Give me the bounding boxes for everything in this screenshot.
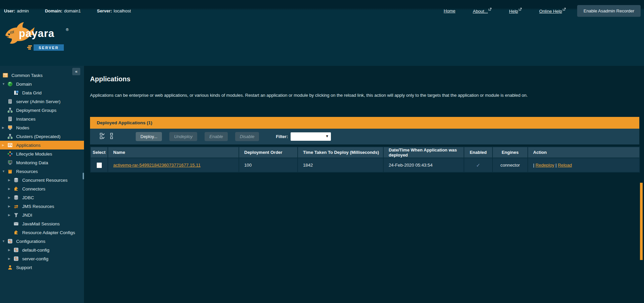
sidebar-item-concurrent-resources[interactable]: ▶Concurrent Resources — [0, 176, 84, 184]
chevron-right-icon[interactable]: ▶ — [8, 178, 13, 182]
sidebar-item-resource-adapter-configs[interactable]: Resource Adapter Configs — [0, 228, 84, 237]
sidebar-item-instances[interactable]: Instances — [0, 115, 84, 123]
server-icon — [7, 116, 13, 122]
dropdown-caret-icon: ▼ — [325, 134, 329, 138]
jms-arrows-icon — [13, 204, 19, 209]
chevron-right-icon[interactable]: ▶ — [2, 143, 7, 147]
sidebar-item-domain[interactable]: ▼Domain — [0, 80, 84, 88]
domain-info: Domain:domain1 — [45, 8, 81, 13]
main-content: Applications Applications can be enterpr… — [84, 66, 644, 303]
chevron-down-icon[interactable]: ▼ — [2, 240, 7, 243]
nav-link-online-help[interactable]: Online Help — [539, 8, 566, 14]
column-header-action: Action — [528, 147, 640, 158]
external-link-icon — [563, 8, 566, 11]
column-header-select: Select — [90, 147, 108, 158]
chevron-down-icon[interactable]: ▼ — [2, 170, 7, 173]
page-description: Applications can be enterprise or web ap… — [90, 93, 528, 98]
select-all-icon — [100, 133, 105, 140]
deselect-all-button[interactable] — [108, 132, 116, 141]
chevron-right-icon[interactable]: ▶ — [2, 126, 7, 129]
sidebar-item-label: Domain — [16, 82, 32, 87]
sidebar: Common Tasks▼DomainData Gridserver (Admi… — [0, 66, 84, 303]
payara-wordmark: payara — [19, 28, 54, 40]
sidebar-item-label: Instances — [16, 117, 36, 122]
sidebar-item-monitoring-data[interactable]: Monitoring Data — [0, 158, 84, 167]
chevron-right-icon[interactable]: ▶ — [8, 257, 13, 260]
cell-action: | Redeploy | Reload — [528, 158, 640, 172]
deployed-applications-panel: Deployed Applications (1) Deploy... Unde… — [90, 117, 639, 173]
common-tasks-icon — [3, 73, 8, 78]
enable-button[interactable]: Enable — [205, 132, 227, 141]
filter-dropdown[interactable]: ▼ — [291, 132, 331, 141]
panel-toolbar: Deploy... Undeploy Enable Disable Filter… — [90, 129, 639, 144]
sidebar-item-deployment-groups[interactable]: Deployment Groups — [0, 106, 84, 115]
sidebar-item-server-admin-server[interactable]: server (Admin Server) — [0, 97, 84, 106]
undeploy-button[interactable]: Undeploy — [169, 132, 197, 141]
sidebar-item-label: JDBC — [22, 195, 34, 200]
column-header-enabled: Enabled — [464, 147, 492, 158]
sidebar-item-data-grid[interactable]: Data Grid — [0, 88, 84, 97]
enable-asadmin-recorder-button[interactable]: Enable Asadmin Recorder — [577, 5, 641, 17]
sidebar-item-jms-resources[interactable]: ▶JMS Resources — [0, 202, 84, 211]
sidebar-collapse-button[interactable]: « — [72, 68, 80, 75]
sidebar-item-lifecycle-modules[interactable]: Lifecycle Modules — [0, 149, 84, 158]
cell-deployment-order: 100 — [239, 158, 298, 172]
globe-icon — [7, 81, 13, 87]
nav-link-about[interactable]: About... — [473, 8, 491, 14]
sidebar-item-label: Support — [16, 265, 32, 270]
sidebar-item-support[interactable]: Support — [0, 263, 84, 272]
sidebar-item-label: server-config — [22, 256, 48, 261]
user-value: admin — [17, 8, 29, 13]
database-icon — [13, 195, 19, 200]
top-nav: HomeAbout...HelpOnline Help — [444, 8, 566, 14]
column-header-date-time-when-application-was-deployed: Date/Time When Application was deployed — [383, 147, 464, 158]
sidebar-item-clusters-deprecated[interactable]: Clusters (Deprecated) — [0, 132, 84, 141]
chevron-right-icon[interactable]: ▶ — [8, 213, 13, 217]
data-grid-icon — [13, 90, 19, 95]
external-link-icon — [488, 8, 491, 11]
sidebar-item-jndi[interactable]: ▶JNDI — [0, 211, 84, 219]
sidebar-item-nodes[interactable]: ▶Nodes — [0, 123, 84, 132]
sidebar-item-resources[interactable]: ▼Resources — [0, 167, 84, 176]
column-header-engines: Engines — [492, 147, 528, 158]
sidebar-item-configurations[interactable]: ▼Configurations — [0, 237, 84, 246]
select-all-button[interactable] — [99, 132, 106, 141]
column-header-deployment-order: Deployment Order — [239, 147, 298, 158]
cell-enabled: ✓ — [464, 158, 492, 172]
redeploy-link[interactable]: Redeploy — [535, 163, 554, 168]
chevron-down-icon[interactable]: ▼ — [2, 82, 7, 86]
chevron-right-icon[interactable]: ▶ — [8, 196, 13, 199]
sidebar-item-label: Connectors — [22, 186, 45, 191]
external-link-icon — [519, 8, 522, 11]
topbar: User:admin Domain:domain1 Server:localho… — [0, 0, 644, 19]
deploy-button[interactable]: Deploy... — [136, 132, 162, 141]
sidebar-item-label: Common Tasks — [11, 73, 43, 78]
sidebar-item-connectors[interactable]: ▶Connectors — [0, 184, 84, 193]
table-row: activemq-rar-54992184236073771677.15.111… — [90, 158, 640, 172]
cell-time-taken: 1842 — [298, 158, 383, 172]
nav-link-help[interactable]: Help — [509, 8, 522, 14]
sidebar-item-server-config[interactable]: ▶server-config — [0, 254, 84, 263]
application-name-link[interactable]: activemq-rar-54992184236073771677.15.11 — [113, 163, 201, 168]
sidebar-item-common-tasks[interactable]: Common Tasks — [0, 71, 84, 80]
chevron-right-icon[interactable]: ▶ — [8, 205, 13, 208]
server-value: localhost — [114, 8, 131, 13]
sidebar-item-label: Concurrent Resources — [22, 178, 68, 183]
nav-link-home[interactable]: Home — [444, 8, 456, 13]
cell-select — [90, 158, 108, 172]
content-scrollbar-thumb[interactable] — [640, 183, 643, 260]
sidebar-item-javamail-sessions[interactable]: JavaMail Sessions — [0, 219, 84, 228]
deployed-applications-table: SelectNameDeployment OrderTime Taken To … — [90, 146, 640, 173]
page-title: Applications — [90, 75, 130, 83]
sidebar-item-label: Resource Adapter Configs — [22, 230, 75, 235]
sidebar-item-label: Applications — [16, 143, 41, 148]
chevron-right-icon[interactable]: ▶ — [8, 248, 13, 252]
reload-link[interactable]: Reload — [558, 163, 572, 168]
row-checkbox[interactable] — [97, 163, 102, 168]
sidebar-item-applications[interactable]: ▶Applications — [0, 141, 84, 149]
sidebar-item-jdbc[interactable]: ▶JDBC — [0, 193, 84, 202]
chevron-right-icon[interactable]: ▶ — [8, 187, 13, 190]
disable-button[interactable]: Disable — [235, 132, 259, 141]
registered-mark: ® — [66, 28, 69, 32]
sidebar-item-default-config[interactable]: ▶default-config — [0, 246, 84, 254]
